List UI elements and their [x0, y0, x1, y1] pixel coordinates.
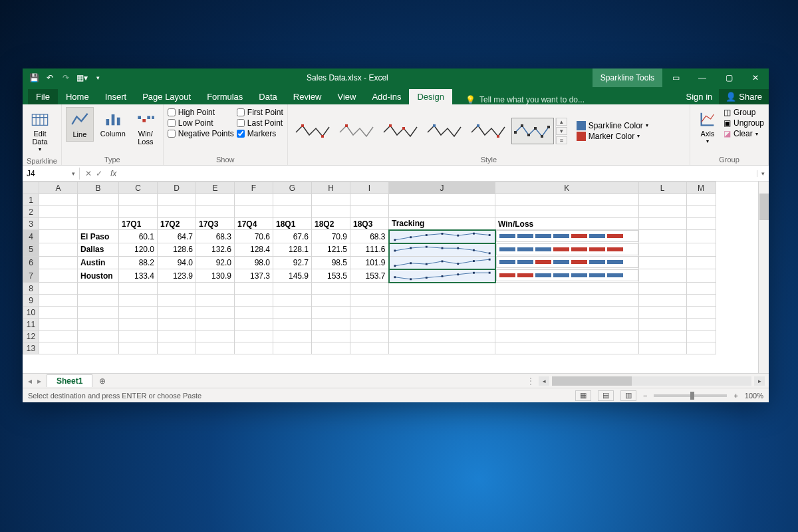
style-swatch-5[interactable]	[467, 118, 510, 144]
close-button[interactable]: ✕	[742, 68, 769, 87]
marker-color-button[interactable]: Marker Color ▾	[577, 131, 648, 142]
edit-data-button[interactable]: Edit Data ▾	[27, 107, 53, 156]
sparkline-color-button[interactable]: Sparkline Color ▾	[577, 120, 648, 131]
data-cell[interactable]: 111.6	[350, 243, 389, 257]
data-cell[interactable]: 128.1	[273, 243, 312, 257]
city-label[interactable]: Houston	[78, 269, 119, 283]
ribbon-display-options-icon[interactable]: ▭	[662, 68, 689, 87]
row-header-3[interactable]: 3	[23, 218, 39, 230]
sparkline-cell[interactable]	[389, 243, 495, 257]
data-cell[interactable]: 68.3	[196, 230, 235, 243]
scroll-left-icon[interactable]: ◂	[539, 376, 549, 386]
row-header-9[interactable]: 9	[23, 295, 39, 307]
sheet-nav-next-icon[interactable]: ▸	[37, 376, 41, 386]
tab-design[interactable]: Design	[409, 89, 452, 104]
ungroup-button[interactable]: ▣Ungroup	[724, 118, 764, 128]
sheet-nav-prev-icon[interactable]: ◂	[28, 376, 32, 386]
view-page-layout-button[interactable]: ▤	[598, 390, 614, 401]
city-label[interactable]: El Paso	[78, 230, 119, 243]
zoom-out-button[interactable]: −	[643, 392, 647, 400]
data-cell[interactable]: 123.9	[158, 269, 196, 283]
row-header-5[interactable]: 5	[23, 243, 39, 257]
type-winloss-button[interactable]: Win/ Loss	[132, 107, 159, 148]
horizontal-scrollbar[interactable]: ⋮ ◂ ▸	[112, 376, 769, 386]
data-cell[interactable]: 132.6	[196, 243, 235, 257]
row-header-4[interactable]: 4	[23, 230, 39, 243]
worksheet-grid[interactable]: ABCDEFGHIJKLM12317Q117Q217Q317Q418Q118Q2…	[23, 182, 769, 373]
city-label[interactable]: Dallas	[78, 243, 119, 257]
name-box[interactable]: J4▾	[23, 168, 80, 180]
tab-review[interactable]: Review	[285, 89, 330, 104]
data-cell[interactable]: 153.5	[312, 269, 350, 283]
style-gallery[interactable]: ▴▾≡	[292, 118, 567, 144]
sparkline-cell[interactable]	[389, 230, 495, 243]
col-header-L[interactable]: L	[638, 182, 686, 194]
row-header-10[interactable]: 10	[23, 307, 39, 319]
check-high-point[interactable]: High Point	[168, 107, 234, 118]
share-button[interactable]: 👤 Share	[719, 89, 769, 104]
hscroll-track[interactable]	[552, 376, 751, 386]
sheet-tab-sheet1[interactable]: Sheet1	[47, 374, 92, 387]
data-cell[interactable]: 98.5	[312, 256, 350, 269]
hscroll-thumb[interactable]	[552, 376, 632, 386]
check-first-point[interactable]: First Point	[237, 107, 283, 118]
tab-view[interactable]: View	[329, 89, 364, 104]
tab-file[interactable]: File	[28, 89, 58, 104]
row-header-6[interactable]: 6	[23, 256, 39, 269]
row-header-7[interactable]: 7	[23, 269, 39, 283]
city-label[interactable]: Austin	[78, 256, 119, 269]
winloss-cell[interactable]	[496, 269, 638, 281]
tab-formulas[interactable]: Formulas	[199, 89, 251, 104]
axis-button[interactable]: Axis ▾	[694, 107, 721, 148]
header-F[interactable]: 17Q4	[235, 218, 273, 230]
new-sheet-button[interactable]: ⊕	[92, 376, 112, 386]
data-cell[interactable]: 145.9	[273, 269, 312, 283]
tab-addins[interactable]: Add-ins	[364, 89, 409, 104]
winloss-cell[interactable]	[496, 230, 638, 242]
header-C[interactable]: 17Q1	[119, 218, 158, 230]
col-header-G[interactable]: G	[273, 182, 312, 194]
tab-home[interactable]: Home	[58, 89, 97, 104]
check-negative-points[interactable]: Negative Points	[168, 128, 234, 139]
header-G[interactable]: 18Q1	[273, 218, 312, 230]
view-normal-button[interactable]: ▦	[575, 390, 591, 401]
check-low-point[interactable]: Low Point	[168, 118, 234, 128]
tab-page-layout[interactable]: Page Layout	[134, 89, 199, 104]
signin-link[interactable]: Sign in	[680, 89, 720, 104]
col-header-C[interactable]: C	[119, 182, 158, 194]
data-cell[interactable]: 70.6	[235, 230, 273, 243]
data-cell[interactable]: 137.3	[235, 269, 273, 283]
tab-data[interactable]: Data	[251, 89, 285, 104]
col-header-H[interactable]: H	[312, 182, 350, 194]
col-header-A[interactable]: A	[39, 182, 78, 194]
tab-insert[interactable]: Insert	[97, 89, 135, 104]
data-cell[interactable]: 120.0	[119, 243, 158, 257]
type-column-button[interactable]: Column	[96, 107, 130, 140]
col-header-B[interactable]: B	[78, 182, 119, 194]
data-cell[interactable]: 67.6	[273, 230, 312, 243]
redo-icon[interactable]: ↷	[61, 73, 70, 82]
style-swatch-2[interactable]	[336, 118, 378, 144]
col-header-M[interactable]: M	[686, 182, 716, 194]
style-swatch-6-selected[interactable]	[511, 118, 554, 144]
row-header-12[interactable]: 12	[23, 331, 39, 342]
view-page-break-button[interactable]: ▥	[620, 390, 636, 401]
qat-custom-icon[interactable]: ▦▾	[77, 73, 86, 82]
check-markers[interactable]: Markers	[237, 128, 283, 139]
header-K[interactable]: Win/Loss	[495, 218, 639, 230]
data-cell[interactable]: 121.5	[312, 243, 350, 257]
col-header-F[interactable]: F	[235, 182, 273, 194]
data-cell[interactable]: 128.6	[158, 243, 196, 257]
chevron-up-icon[interactable]: ▴	[556, 118, 567, 126]
scroll-right-icon[interactable]: ▸	[754, 376, 765, 386]
zoom-slider[interactable]	[654, 394, 727, 397]
clear-button[interactable]: ◪Clear ▾	[724, 128, 764, 139]
style-swatch-4[interactable]	[424, 118, 466, 144]
data-cell[interactable]: 92.0	[196, 256, 235, 269]
tell-me-search[interactable]: 💡 Tell me what you want to do...	[452, 95, 680, 104]
row-header-2[interactable]: 2	[23, 206, 39, 218]
data-cell[interactable]: 70.9	[312, 230, 350, 243]
data-cell[interactable]: 92.7	[273, 256, 312, 269]
data-cell[interactable]: 68.3	[350, 230, 389, 243]
style-swatch-3[interactable]	[380, 118, 422, 144]
